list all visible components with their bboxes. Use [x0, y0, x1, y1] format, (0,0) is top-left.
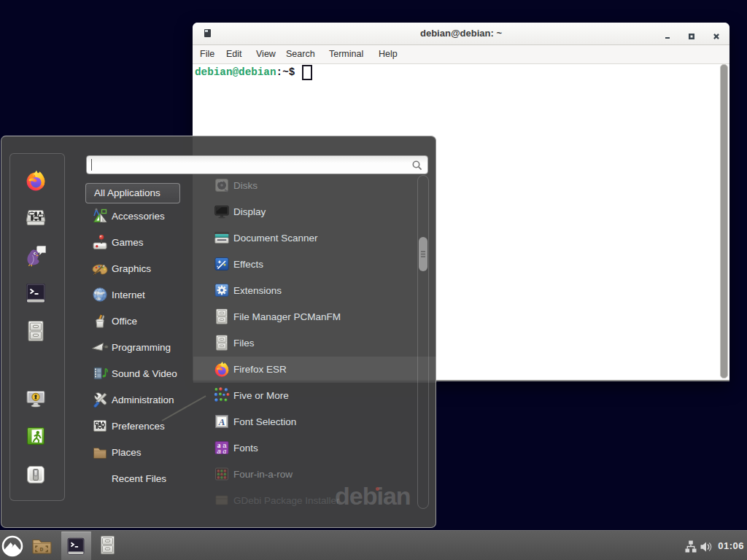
svg-text:a: a [222, 448, 226, 455]
svg-text:A: A [218, 416, 225, 427]
svg-text:D: D [40, 546, 44, 553]
svg-text:a: a [217, 447, 221, 455]
